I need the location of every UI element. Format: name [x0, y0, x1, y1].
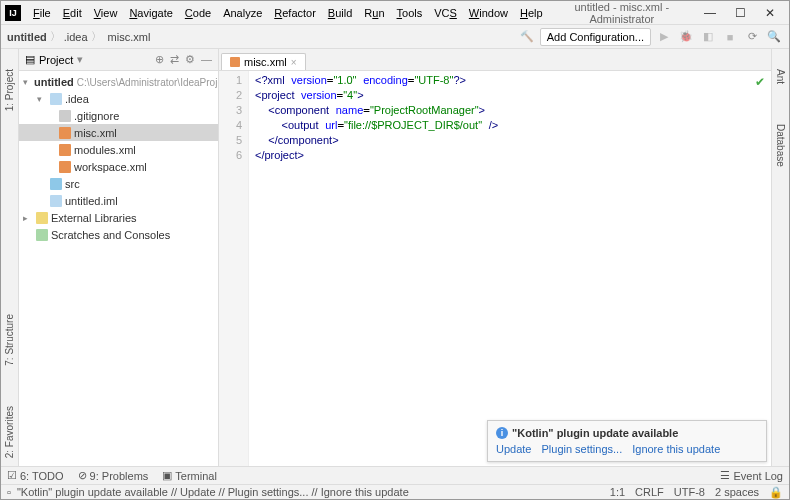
code-content[interactable]: <?xml version="1.0" encoding="UTF-8"?> <… — [249, 71, 771, 466]
breadcrumb-root[interactable]: untitled — [7, 31, 47, 43]
app-icon: IJ — [5, 5, 21, 21]
expand-icon[interactable]: ⇄ — [170, 53, 179, 66]
left-tool-strip: 1: Project 7: Structure 2: Favorites — [1, 49, 19, 466]
menu-refactor[interactable]: Refactor — [268, 5, 322, 21]
editor-tabs: misc.xml × — [219, 49, 771, 71]
run-icon[interactable]: ▶ — [655, 28, 673, 46]
menu-run[interactable]: Run — [358, 5, 390, 21]
debug-icon[interactable]: 🐞 — [677, 28, 695, 46]
xml-file-icon — [59, 144, 71, 156]
folder-icon — [50, 178, 62, 190]
xml-file-icon — [230, 57, 240, 67]
target-icon[interactable]: ⊕ — [155, 53, 164, 66]
minimize-button[interactable]: — — [695, 3, 725, 23]
status-encoding[interactable]: UTF-8 — [674, 486, 705, 499]
statusbar: ▫ "Kotlin" plugin update available // Up… — [1, 484, 789, 499]
menu-edit[interactable]: Edit — [57, 5, 88, 21]
titlebar: IJ File Edit View Navigate Code Analyze … — [1, 1, 789, 25]
bottom-tool-strip: ☑6: TODO ⊘9: Problems ▣Terminal ☰Event L… — [1, 466, 789, 484]
info-icon: i — [496, 427, 508, 439]
line-gutter: 123456 — [219, 71, 249, 466]
tree-scratches[interactable]: Scratches and Consoles — [19, 226, 218, 243]
menu-code[interactable]: Code — [179, 5, 217, 21]
tool-project[interactable]: 1: Project — [4, 69, 15, 111]
module-icon — [50, 195, 62, 207]
tab-misc[interactable]: misc.xml × — [221, 53, 306, 70]
tree-iml[interactable]: untitled.iml — [19, 192, 218, 209]
stop-icon[interactable]: ■ — [721, 28, 739, 46]
tree-idea[interactable]: ▾.idea — [19, 90, 218, 107]
menu-file[interactable]: File — [27, 5, 57, 21]
hammer-icon[interactable]: 🔨 — [518, 28, 536, 46]
tool-todo[interactable]: ☑6: TODO — [7, 469, 64, 482]
menu-window[interactable]: Window — [463, 5, 514, 21]
xml-file-icon — [59, 161, 71, 173]
close-tab-icon[interactable]: × — [291, 57, 297, 68]
menu-build[interactable]: Build — [322, 5, 358, 21]
navbar: untitled 〉 .idea 〉 misc.xml 🔨 Add Config… — [1, 25, 789, 49]
dropdown-icon[interactable]: ▾ — [77, 53, 83, 66]
menubar: File Edit View Navigate Code Analyze Ref… — [27, 5, 549, 21]
breadcrumb-folder[interactable]: .idea — [64, 31, 88, 43]
file-icon — [59, 110, 71, 122]
tree-root[interactable]: ▾untitled C:\Users\Administrator\IdeaPro… — [19, 73, 218, 90]
tree-gitignore[interactable]: .gitignore — [19, 107, 218, 124]
tool-ant[interactable]: Ant — [775, 69, 786, 84]
maximize-button[interactable]: ☐ — [725, 3, 755, 23]
breadcrumb-file[interactable]: misc.xml — [108, 31, 151, 43]
coverage-icon[interactable]: ◧ — [699, 28, 717, 46]
tool-problems[interactable]: ⊘9: Problems — [78, 469, 149, 482]
status-message: "Kotlin" plugin update available // Upda… — [17, 486, 409, 498]
breadcrumb: untitled 〉 .idea 〉 misc.xml — [7, 29, 150, 44]
editor-area: misc.xml × 123456 <?xml version="1.0" en… — [219, 49, 771, 466]
panel-dropdown-icon[interactable]: ▤ — [25, 53, 35, 66]
terminal-icon: ▣ — [162, 469, 172, 482]
menu-view[interactable]: View — [88, 5, 124, 21]
notification-ignore-link[interactable]: Ignore this update — [632, 443, 720, 455]
menu-tools[interactable]: Tools — [391, 5, 429, 21]
inspection-ok-icon[interactable]: ✔ — [755, 75, 765, 89]
hide-icon[interactable]: — — [201, 53, 212, 66]
event-log-icon: ☰ — [720, 469, 730, 482]
tree-workspace[interactable]: workspace.xml — [19, 158, 218, 175]
tool-terminal[interactable]: ▣Terminal — [162, 469, 217, 482]
tree-external[interactable]: ▸External Libraries — [19, 209, 218, 226]
notification-title: "Kotlin" plugin update available — [512, 427, 678, 439]
vcs-icon[interactable]: ⟳ — [743, 28, 761, 46]
menu-analyze[interactable]: Analyze — [217, 5, 268, 21]
tree-modules[interactable]: modules.xml — [19, 141, 218, 158]
chevron-right-icon: 〉 — [91, 29, 102, 44]
todo-icon: ☑ — [7, 469, 17, 482]
project-panel: ▤ Project ▾ ⊕ ⇄ ⚙ — ▾untitled C:\Users\A… — [19, 49, 219, 466]
status-eol[interactable]: CRLF — [635, 486, 664, 499]
status-lock-icon[interactable]: 🔒 — [769, 486, 783, 499]
window-title: untitled - misc.xml - Administrator — [549, 1, 695, 25]
chevron-right-icon: 〉 — [50, 29, 61, 44]
problems-icon: ⊘ — [78, 469, 87, 482]
menu-vcs[interactable]: VCS — [428, 5, 463, 21]
tool-structure[interactable]: 7: Structure — [4, 314, 15, 366]
tree-src[interactable]: src — [19, 175, 218, 192]
xml-file-icon — [59, 127, 71, 139]
tool-favorites[interactable]: 2: Favorites — [4, 406, 15, 458]
library-icon — [36, 212, 48, 224]
tool-event-log[interactable]: ☰Event Log — [720, 469, 783, 482]
status-indent[interactable]: 2 spaces — [715, 486, 759, 499]
tree-misc[interactable]: misc.xml — [19, 124, 218, 141]
search-icon[interactable]: 🔍 — [765, 28, 783, 46]
scratch-icon — [36, 229, 48, 241]
gear-icon[interactable]: ⚙ — [185, 53, 195, 66]
notification-settings-link[interactable]: Plugin settings... — [541, 443, 622, 455]
status-tool-icon[interactable]: ▫ — [7, 486, 11, 498]
add-configuration-button[interactable]: Add Configuration... — [540, 28, 651, 46]
menu-navigate[interactable]: Navigate — [123, 5, 178, 21]
menu-help[interactable]: Help — [514, 5, 549, 21]
notification-update-link[interactable]: Update — [496, 443, 531, 455]
project-tree[interactable]: ▾untitled C:\Users\Administrator\IdeaPro… — [19, 71, 218, 466]
tool-database[interactable]: Database — [775, 124, 786, 167]
right-tool-strip: Ant Database — [771, 49, 789, 466]
close-button[interactable]: ✕ — [755, 3, 785, 23]
status-position[interactable]: 1:1 — [610, 486, 625, 499]
code-editor[interactable]: 123456 <?xml version="1.0" encoding="UTF… — [219, 71, 771, 466]
notification-popup: i"Kotlin" plugin update available Update… — [487, 420, 767, 462]
